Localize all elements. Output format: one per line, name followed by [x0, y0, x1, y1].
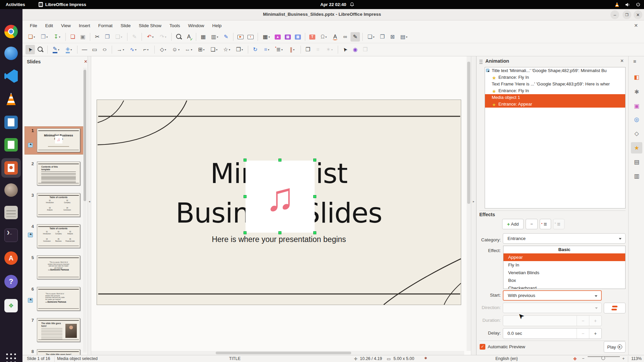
animation-list[interactable]: Title text 'Minimali...' 'Google Shape;4…: [485, 67, 626, 208]
open[interactable]: ❒: [38, 32, 50, 42]
new-presentation[interactable]: ❏: [25, 32, 38, 42]
properties-icon[interactable]: ✱: [631, 86, 642, 98]
3d-objects[interactable]: ❒: [233, 45, 246, 54]
selection-handle[interactable]: [313, 195, 316, 198]
stars-banners[interactable]: ☆: [221, 45, 233, 54]
scrollbar-thumb[interactable]: [84, 70, 86, 201]
shadow[interactable]: ❐: [303, 45, 313, 54]
copy[interactable]: ❐: [103, 32, 112, 42]
basic-shapes[interactable]: ◇: [157, 45, 169, 54]
export-pdf[interactable]: ❏: [68, 32, 77, 42]
start-from-first-slide[interactable]: ▶: [236, 32, 245, 42]
slide-thumbnail-4[interactable]: 4 Table of contents 01 Introduction 02 C…: [26, 223, 84, 249]
clone-formatting[interactable]: ✎: [130, 32, 139, 42]
delete-slide[interactable]: ⊠: [388, 32, 397, 42]
chrome[interactable]: [3, 24, 19, 39]
menu-edit[interactable]: Edit: [41, 21, 57, 30]
terminal[interactable]: [3, 228, 19, 243]
insert-media[interactable]: ▤: [283, 32, 292, 42]
restore-button[interactable]: ❐: [623, 10, 631, 19]
menu-help[interactable]: Help: [208, 21, 226, 30]
slide-transition-icon[interactable]: ◧: [631, 71, 642, 83]
menu-tools[interactable]: Tools: [165, 21, 184, 30]
to-3d[interactable]: ❒: [361, 45, 370, 54]
selection-handle[interactable]: [278, 231, 281, 234]
cut[interactable]: ✂: [93, 32, 102, 42]
zoom-out-icon[interactable]: −: [582, 356, 584, 361]
gallery-icon[interactable]: ▣: [631, 100, 642, 112]
decrement-icon[interactable]: −: [577, 328, 589, 339]
lo-calc[interactable]: [3, 137, 19, 153]
move-effect-down-button[interactable]: ≣: [553, 219, 565, 229]
menu-format[interactable]: Format: [94, 21, 117, 30]
callout-shapes[interactable]: ❑: [208, 45, 220, 54]
insert-line[interactable]: —: [80, 45, 89, 54]
redo[interactable]: ↷: [157, 32, 169, 42]
selection-handle[interactable]: [278, 159, 281, 162]
master-slides-icon[interactable]: ▤: [631, 156, 642, 168]
find-replace[interactable]: [174, 32, 183, 42]
menu-file[interactable]: File: [26, 21, 41, 30]
menu-slide-show[interactable]: Slide Show: [135, 21, 166, 30]
minimize-button[interactable]: –: [610, 10, 619, 19]
right-panel-splitter[interactable]: ▸: [471, 56, 476, 355]
insert-image[interactable]: ▲: [273, 32, 282, 42]
left-panel-splitter[interactable]: ◂: [88, 56, 91, 355]
navigator-icon[interactable]: ◎: [631, 114, 642, 125]
hyperlink[interactable]: ∞: [340, 32, 350, 42]
vscode[interactable]: [3, 68, 19, 84]
panel-drag-handle-icon[interactable]: [479, 59, 483, 64]
rotate[interactable]: ↻: [251, 45, 260, 54]
lines-and-arrows[interactable]: →: [114, 45, 126, 54]
remove-effect-button[interactable]: −: [526, 219, 538, 229]
app-grid[interactable]: [3, 351, 19, 362]
ellipse[interactable]: ○: [100, 45, 109, 54]
display-views[interactable]: ▥: [209, 32, 221, 42]
effect-listbox[interactable]: Basic AppearFly InVenetian BlindsBoxChec…: [503, 246, 626, 289]
animation-list-item[interactable]: Entrance: Appear: [485, 101, 625, 108]
slide-thumbnail-3[interactable]: 3 Table of contents 01 Introduction 02 C…: [26, 192, 84, 218]
connector[interactable]: ⌐: [140, 45, 152, 54]
line-color[interactable]: ✎: [50, 45, 62, 54]
undo[interactable]: ↶: [144, 32, 156, 42]
rectangle[interactable]: ▭: [90, 45, 99, 54]
edit-mode[interactable]: ✎: [221, 32, 231, 42]
close-document-button[interactable]: ✕: [634, 23, 638, 28]
distribute[interactable]: ∥: [286, 45, 298, 54]
show-draw-functions[interactable]: ✎: [351, 32, 360, 42]
block-arrows[interactable]: ⇔: [182, 45, 195, 54]
image-filter[interactable]: ✶: [323, 45, 335, 54]
help[interactable]: [3, 274, 19, 289]
paste[interactable]: ❑: [113, 32, 125, 42]
duplicate-slide[interactable]: ❐: [378, 32, 387, 42]
zoom-slider-thumb[interactable]: [601, 356, 605, 360]
curve[interactable]: ∿: [127, 45, 139, 54]
slide-subtitle[interactable]: Here is where your presentation begins: [97, 235, 461, 244]
edit-points[interactable]: ➤: [340, 45, 350, 54]
selected-media-object[interactable]: ♫: [246, 161, 315, 233]
lo-impress[interactable]: [3, 160, 19, 176]
activities-button[interactable]: Activities: [6, 2, 25, 7]
extensions[interactable]: [3, 298, 19, 313]
vlc[interactable]: [3, 91, 19, 107]
automatic-preview-checkbox[interactable]: ✓: [480, 344, 485, 350]
selection-handle[interactable]: [313, 159, 316, 162]
window-title-bar[interactable]: Minimalist_Business_Slides.pptx - LibreO…: [0, 9, 644, 20]
animation-list-item[interactable]: Text Frame 'Here is ...' 'Google Shape;4…: [485, 81, 625, 87]
fit-slide-icon[interactable]: ✥: [573, 356, 577, 361]
effect-option[interactable]: Appear: [503, 253, 625, 261]
effect-option[interactable]: Box: [503, 277, 625, 284]
effect-options-button[interactable]: [604, 303, 626, 313]
slides-panel-scrollbar[interactable]: [83, 68, 87, 353]
fontwork[interactable]: A: [330, 32, 340, 42]
selection-handle[interactable]: [244, 195, 247, 198]
slide-thumbnail-6[interactable]: 6 “This is a quote. Work full of wisdom …: [26, 286, 84, 312]
vertical-scrollbar[interactable]: [467, 56, 471, 351]
animation-list-item[interactable]: Title text 'Minimali...' 'Google Shape;4…: [485, 67, 625, 74]
increment-icon[interactable]: +: [589, 328, 601, 339]
slide-thumbnail-2[interactable]: 2 Contents of this template: [26, 161, 84, 187]
menu-insert[interactable]: Insert: [75, 21, 94, 30]
archive[interactable]: [3, 205, 19, 220]
focused-app-indicator[interactable]: LibreOffice Impress: [39, 2, 86, 7]
insert-textbox[interactable]: T: [308, 32, 317, 42]
